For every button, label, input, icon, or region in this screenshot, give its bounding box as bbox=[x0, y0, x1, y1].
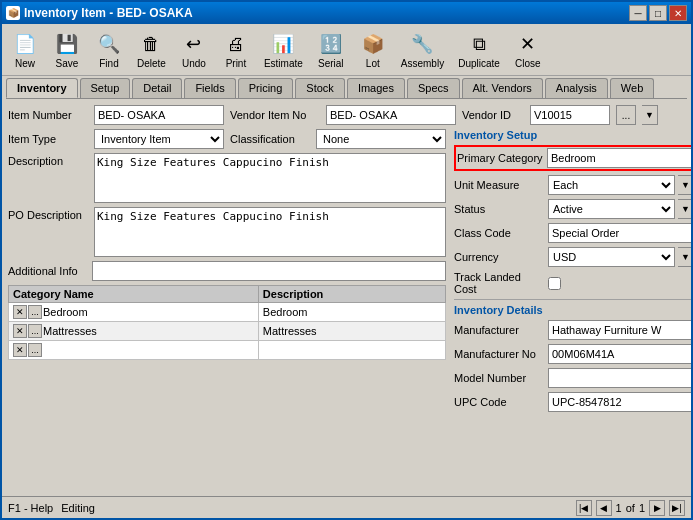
po-description-textarea[interactable]: King Size Features Cappucino Finish bbox=[94, 207, 446, 257]
currency-select[interactable]: USD bbox=[548, 247, 675, 267]
cat-row2-browse-button[interactable]: ... bbox=[28, 324, 42, 338]
additional-info-row: Additional Info bbox=[8, 261, 446, 281]
item-type-row: Item Type Inventory Item Classification … bbox=[8, 129, 446, 149]
upc-code-label: UPC Code bbox=[454, 396, 544, 408]
primary-category-input[interactable] bbox=[547, 148, 691, 168]
tab-specs[interactable]: Specs bbox=[407, 78, 460, 98]
page-of: of bbox=[626, 502, 635, 514]
vendor-id-browse-button[interactable]: ... bbox=[616, 105, 636, 125]
tab-web[interactable]: Web bbox=[610, 78, 654, 98]
assembly-icon: 🔧 bbox=[408, 30, 436, 58]
inventory-details-title: Inventory Details bbox=[454, 304, 691, 316]
tab-stock[interactable]: Stock bbox=[295, 78, 345, 98]
class-code-row: Class Code ... ▼ bbox=[454, 223, 691, 243]
close-toolbar-button[interactable]: ✕ Close bbox=[509, 27, 547, 72]
description-textarea[interactable]: King Size Features Cappucino Finish bbox=[94, 153, 446, 203]
save-button[interactable]: 💾 Save bbox=[48, 27, 86, 72]
upc-code-input[interactable] bbox=[548, 392, 691, 412]
close-window-button[interactable]: ✕ bbox=[669, 5, 687, 21]
track-landed-checkbox[interactable] bbox=[548, 277, 561, 290]
manufacturer-no-label: Manufacturer No bbox=[454, 348, 544, 360]
additional-info-label: Additional Info bbox=[8, 265, 88, 277]
nav-last-button[interactable]: ▶| bbox=[669, 500, 685, 516]
description-label: Description bbox=[8, 153, 88, 167]
section-separator bbox=[454, 299, 691, 300]
tab-images[interactable]: Images bbox=[347, 78, 405, 98]
primary-category-row: Primary Category ... ▼ bbox=[454, 145, 691, 171]
item-number-input[interactable] bbox=[94, 105, 224, 125]
duplicate-button[interactable]: ⧉ Duplicate bbox=[453, 27, 505, 72]
cat-row1-browse-button[interactable]: ... bbox=[28, 305, 42, 319]
print-icon: 🖨 bbox=[222, 30, 250, 58]
tab-pricing[interactable]: Pricing bbox=[238, 78, 294, 98]
track-landed-label: Track Landed Cost bbox=[454, 271, 544, 295]
currency-label: Currency bbox=[454, 251, 544, 263]
track-landed-row: Track Landed Cost bbox=[454, 271, 691, 295]
model-number-label: Model Number bbox=[454, 372, 544, 384]
cat-row3-desc bbox=[258, 341, 445, 360]
item-type-select[interactable]: Inventory Item bbox=[94, 129, 224, 149]
tab-alt-vendors[interactable]: Alt. Vendors bbox=[462, 78, 543, 98]
category-name-header: Category Name bbox=[9, 286, 259, 303]
nav-next-button[interactable]: ▶ bbox=[649, 500, 665, 516]
tab-setup[interactable]: Setup bbox=[80, 78, 131, 98]
cat-row2-name: ✕ ... Mattresses bbox=[9, 322, 259, 341]
unit-measure-select[interactable]: Each bbox=[548, 175, 675, 195]
cat-row2-delete-button[interactable]: ✕ bbox=[13, 324, 27, 338]
tab-analysis[interactable]: Analysis bbox=[545, 78, 608, 98]
lot-icon: 📦 bbox=[359, 30, 387, 58]
minimize-button[interactable]: ─ bbox=[629, 5, 647, 21]
status-select[interactable]: Active bbox=[548, 199, 675, 219]
po-description-label: PO Description bbox=[8, 207, 88, 221]
manufacturer-no-input[interactable] bbox=[548, 344, 691, 364]
inventory-setup-title: Inventory Setup bbox=[454, 129, 691, 141]
cat-row3-browse-button[interactable]: ... bbox=[28, 343, 42, 357]
cat-row1-btns: ✕ ... Bedroom bbox=[13, 305, 254, 319]
cat-row3-name: ✕ ... bbox=[9, 341, 259, 360]
currency-dropdown-button[interactable]: ▼ bbox=[678, 247, 691, 267]
find-button[interactable]: 🔍 Find bbox=[90, 27, 128, 72]
new-button[interactable]: 📄 New bbox=[6, 27, 44, 72]
class-code-input[interactable] bbox=[548, 223, 691, 243]
nav-first-button[interactable]: |◀ bbox=[576, 500, 592, 516]
title-bar: 📦 Inventory Item - BED- OSAKA ─ □ ✕ bbox=[2, 2, 691, 24]
vendor-id-dropdown-button[interactable]: ▼ bbox=[642, 105, 658, 125]
undo-button[interactable]: ↩ Undo bbox=[175, 27, 213, 72]
cat-row1-delete-button[interactable]: ✕ bbox=[13, 305, 27, 319]
duplicate-icon: ⧉ bbox=[465, 30, 493, 58]
split-layout: Item Type Inventory Item Classification … bbox=[8, 129, 685, 416]
classification-select[interactable]: None bbox=[316, 129, 446, 149]
vendor-id-input[interactable] bbox=[530, 105, 610, 125]
tab-detail[interactable]: Detail bbox=[132, 78, 182, 98]
model-number-row: Model Number bbox=[454, 368, 691, 388]
editing-status: Editing bbox=[61, 502, 95, 514]
delete-button[interactable]: 🗑 Delete bbox=[132, 27, 171, 72]
title-bar-left: 📦 Inventory Item - BED- OSAKA bbox=[6, 6, 193, 20]
vendor-item-no-input[interactable] bbox=[326, 105, 456, 125]
toolbar: 📄 New 💾 Save 🔍 Find 🗑 Delete ↩ Undo 🖨 Pr… bbox=[2, 24, 691, 76]
assembly-button[interactable]: 🔧 Assembly bbox=[396, 27, 449, 72]
cat-row1-name: ✕ ... Bedroom bbox=[9, 303, 259, 322]
manufacturer-label: Manufacturer bbox=[454, 324, 544, 336]
serial-button[interactable]: 🔢 Serial bbox=[312, 27, 350, 72]
tab-inventory[interactable]: Inventory bbox=[6, 78, 78, 98]
nav-prev-button[interactable]: ◀ bbox=[596, 500, 612, 516]
status-dropdown-button[interactable]: ▼ bbox=[678, 199, 691, 219]
additional-info-input[interactable] bbox=[92, 261, 446, 281]
estimate-button[interactable]: 📊 Estimate bbox=[259, 27, 308, 72]
upc-code-row: UPC Code bbox=[454, 392, 691, 412]
lot-button[interactable]: 📦 Lot bbox=[354, 27, 392, 72]
item-number-row: Item Number Vendor Item No Vendor ID ...… bbox=[8, 105, 685, 125]
cat-row3-delete-button[interactable]: ✕ bbox=[13, 343, 27, 357]
save-icon: 💾 bbox=[53, 30, 81, 58]
manufacturer-input[interactable] bbox=[548, 320, 691, 340]
vendor-id-label: Vendor ID bbox=[462, 109, 524, 121]
cat-row2-btns: ✕ ... Mattresses bbox=[13, 324, 254, 338]
tab-fields[interactable]: Fields bbox=[184, 78, 235, 98]
window-title: Inventory Item - BED- OSAKA bbox=[24, 6, 193, 20]
unit-measure-dropdown-button[interactable]: ▼ bbox=[678, 175, 691, 195]
restore-button[interactable]: □ bbox=[649, 5, 667, 21]
print-button[interactable]: 🖨 Print bbox=[217, 27, 255, 72]
status-left: F1 - Help Editing bbox=[8, 502, 95, 514]
model-number-input[interactable] bbox=[548, 368, 691, 388]
